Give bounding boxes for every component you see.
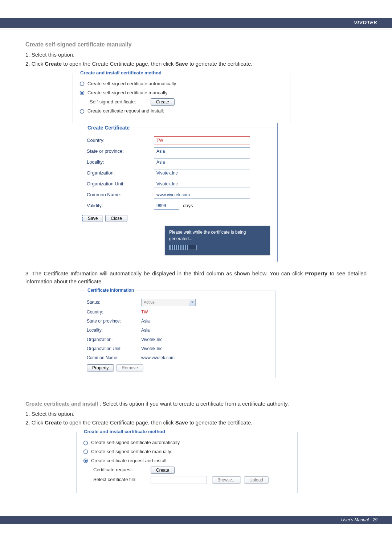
state-label: State or province: bbox=[87, 148, 154, 155]
org-input[interactable] bbox=[154, 169, 250, 177]
info-ou-v: Vivotek.Inc bbox=[141, 346, 162, 352]
certificate-info-panel: Certificate Information Status: Active C… bbox=[80, 291, 276, 378]
brand-bar: VIVOTEK bbox=[0, 18, 392, 28]
radio-checked-icon bbox=[83, 458, 88, 463]
svg-marker-4 bbox=[191, 301, 194, 303]
svg-point-3 bbox=[80, 109, 84, 113]
method2-legend: Create and install certificate method bbox=[82, 428, 167, 435]
upload-button[interactable]: Upload bbox=[244, 476, 269, 484]
radio-unchecked-icon bbox=[83, 449, 88, 454]
radio2-request-label: Create certificate request and install: bbox=[91, 457, 168, 464]
chevron-down-icon bbox=[189, 299, 195, 306]
radio2-request-row[interactable]: Create certificate request and install: bbox=[83, 457, 291, 464]
save-button[interactable]: Save bbox=[82, 215, 103, 222]
state-input[interactable] bbox=[154, 147, 250, 155]
radio-request-label: Create certificate request and install: bbox=[87, 108, 164, 115]
wait-box: Please wait while the certificate is bei… bbox=[165, 226, 270, 255]
status-label: Status: bbox=[87, 299, 141, 305]
create-install-method-panel-2: Create and install certificate method Cr… bbox=[76, 432, 298, 493]
self-signed-cert-label: Self-signed certificate: bbox=[90, 99, 148, 106]
info-cn-v: www.vivotek.com bbox=[141, 355, 175, 361]
svg-point-6 bbox=[84, 450, 88, 454]
status-value: Active bbox=[144, 300, 155, 305]
info-cn-l: Common Name: bbox=[87, 355, 141, 361]
create-certificate-panel: Create Certificate Country: State or pro… bbox=[80, 123, 278, 262]
info-org-l: Organization: bbox=[87, 337, 141, 343]
create-cert-legend: Create Certificate bbox=[85, 124, 132, 131]
info-state-v: Asia bbox=[141, 318, 150, 324]
brand-text: VIVOTEK bbox=[354, 20, 377, 25]
s2-step2: 2. Click Create to open the Create Certi… bbox=[25, 419, 367, 427]
create-button[interactable]: Create bbox=[151, 98, 175, 106]
svg-point-0 bbox=[80, 82, 84, 86]
cert-req-label: Certificate request: bbox=[93, 467, 148, 473]
section2-intro: Create certificate and install : Select … bbox=[25, 400, 367, 408]
radio-request-row[interactable]: Create certificate request and install: bbox=[79, 108, 283, 115]
radio-unchecked-icon bbox=[79, 81, 85, 86]
radio-auto-row[interactable]: Create self-signed certificate automatic… bbox=[79, 81, 283, 87]
file-input[interactable] bbox=[151, 476, 207, 484]
para3: 3. The Certificate Information will auto… bbox=[25, 270, 367, 286]
create-install-method-panel: Create and install certificate method Cr… bbox=[73, 73, 290, 124]
ou-label: Organization Unit: bbox=[87, 181, 154, 188]
progress-bar bbox=[169, 245, 197, 250]
cn-input[interactable] bbox=[154, 191, 250, 199]
radio-manual-label: Create self-signed certificate manually: bbox=[87, 90, 169, 97]
radio-unchecked-icon bbox=[83, 440, 88, 446]
cert-info-legend: Certificate Information bbox=[85, 287, 136, 294]
property-button[interactable]: Property bbox=[87, 364, 114, 372]
radio2-manual-label: Create self-signed certificate manually: bbox=[91, 448, 172, 455]
radio-unchecked-icon bbox=[79, 109, 85, 114]
validity-input[interactable] bbox=[154, 202, 179, 210]
wait-msg: Please wait while the certificate is bei… bbox=[169, 229, 266, 242]
svg-point-2 bbox=[81, 92, 83, 94]
info-locality-l: Locality: bbox=[87, 327, 141, 333]
radio-checked-icon bbox=[79, 90, 85, 95]
cn-label: Common Name: bbox=[87, 192, 154, 198]
remove-button: Remove bbox=[116, 364, 143, 372]
s1-step2: 2. Click Create to open the Create Certi… bbox=[25, 60, 367, 68]
info-ou-l: Organization Unit: bbox=[87, 346, 141, 352]
validity-label: Validity: bbox=[87, 202, 154, 209]
locality-input[interactable] bbox=[154, 158, 250, 166]
close-button[interactable]: Close bbox=[105, 215, 127, 222]
section1-title: Create self-signed certificate manually bbox=[25, 40, 367, 49]
select-file-label: Select certificate file: bbox=[93, 476, 148, 483]
radio2-manual-row[interactable]: Create self-signed certificate manually: bbox=[83, 448, 291, 455]
validity-unit: days bbox=[183, 202, 193, 209]
org-label: Organization: bbox=[87, 170, 154, 177]
radio-manual-row[interactable]: Create self-signed certificate manually: bbox=[79, 90, 283, 97]
country-input[interactable] bbox=[154, 136, 250, 144]
create-button-2[interactable]: Create bbox=[151, 467, 175, 474]
page-footer: User's Manual - 29 bbox=[0, 516, 392, 524]
status-select[interactable]: Active bbox=[141, 299, 196, 306]
info-country-l: Country: bbox=[87, 309, 141, 315]
svg-point-8 bbox=[85, 460, 87, 462]
country-label: Country: bbox=[87, 137, 154, 144]
svg-point-5 bbox=[84, 441, 88, 445]
radio2-auto-label: Create self-signed certificate automatic… bbox=[91, 439, 180, 446]
footer-text: User's Manual - 29 bbox=[341, 517, 377, 522]
radio-auto-label: Create self-signed certificate automatic… bbox=[87, 81, 176, 87]
ou-input[interactable] bbox=[154, 180, 250, 188]
locality-label: Locality: bbox=[87, 159, 154, 166]
browse-button[interactable]: Browse... bbox=[212, 476, 241, 484]
method-legend: Create and install certificate method bbox=[78, 70, 164, 77]
s2-step1: 1. Select this option. bbox=[25, 410, 367, 418]
info-state-l: State or province: bbox=[87, 318, 141, 324]
section2-title: Create certificate and install bbox=[25, 401, 98, 407]
info-country-v: TW bbox=[141, 309, 148, 315]
s1-step1: 1. Select this option. bbox=[25, 51, 367, 59]
info-locality-v: Asia bbox=[141, 327, 150, 333]
info-org-v: Vivotek.Inc bbox=[141, 337, 162, 343]
radio2-auto-row[interactable]: Create self-signed certificate automatic… bbox=[83, 439, 291, 446]
